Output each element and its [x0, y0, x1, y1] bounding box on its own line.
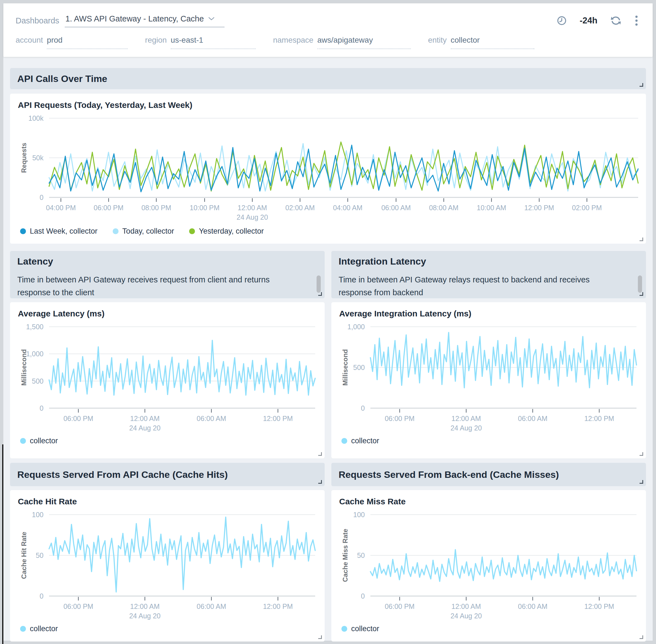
svg-text:06:00 AM: 06:00 AM [381, 204, 411, 212]
avg-integration-latency-line-chart[interactable]: 1,000500006:00 PM12:00 AM24 Aug 2006:00 … [338, 322, 639, 434]
scrollbar-thumb[interactable] [638, 275, 642, 293]
resize-handle[interactable] [318, 635, 322, 639]
legend-label: collector [30, 624, 58, 633]
legend-item[interactable]: collector [20, 624, 58, 633]
filter-account-value[interactable]: prod [47, 36, 128, 49]
svg-text:10:00 AM: 10:00 AM [477, 204, 506, 212]
dashboard-page: Dashboards 1. AWS API Gateway - Latency,… [3, 3, 653, 641]
filter-region-value[interactable]: us-east-1 [171, 36, 256, 49]
svg-text:24 Aug 20: 24 Aug 20 [129, 612, 161, 620]
api-requests-line-chart[interactable]: 100k50k004:00 PM06:00 PM08:00 PM10:00 PM… [17, 113, 639, 225]
svg-text:02:00 PM: 02:00 PM [572, 204, 602, 212]
refresh-icon[interactable] [610, 15, 621, 26]
top-bar: Dashboards 1. AWS API Gateway - Latency,… [3, 3, 653, 57]
chart-legend: collector [338, 434, 639, 445]
svg-text:06:00 PM: 06:00 PM [94, 204, 123, 212]
svg-text:12:00 AM: 12:00 AM [130, 602, 160, 610]
legend-label: collector [30, 437, 58, 445]
svg-text:0: 0 [40, 193, 44, 201]
cache-miss-rate-line-chart[interactable]: 10050006:00 PM12:00 AM24 Aug 2006:00 AM1… [338, 510, 639, 622]
section-title: Requests Served From API Cache (Cache Hi… [17, 469, 228, 480]
legend-item[interactable]: collector [341, 437, 379, 445]
chart-card-cache-hit-rate: Cache Hit Rate 10050006:00 PM12:00 AM24 … [10, 490, 325, 642]
filter-namespace: namespace aws/apigateway [273, 36, 411, 49]
svg-text:12:00 AM: 12:00 AM [130, 415, 160, 422]
filter-namespace-value[interactable]: aws/apigateway [317, 36, 411, 49]
resize-handle[interactable] [639, 635, 643, 639]
svg-text:06:00 PM: 06:00 PM [63, 415, 93, 422]
chart-card-api-requests: API Requests (Today, Yesterday, Last Wee… [10, 94, 646, 244]
svg-text:0: 0 [40, 592, 44, 600]
svg-text:08:00 PM: 08:00 PM [141, 204, 171, 212]
avg-latency-line-chart[interactable]: 1,5001,000500006:00 PM12:00 AM24 Aug 200… [17, 322, 318, 434]
svg-text:50: 50 [36, 551, 44, 559]
legend-label: Last Week, collector [30, 227, 98, 235]
legend-dot [20, 626, 26, 632]
clock-icon[interactable] [557, 16, 567, 26]
legend-dot [341, 438, 347, 444]
svg-text:24 Aug 20: 24 Aug 20 [129, 424, 161, 432]
legend-dot [20, 228, 26, 234]
cache-hit-rate-line-chart[interactable]: 10050006:00 PM12:00 AM24 Aug 2006:00 AM1… [17, 510, 318, 622]
kebab-menu-icon[interactable] [634, 15, 639, 27]
svg-text:12:00 AM: 12:00 AM [452, 415, 481, 422]
svg-text:06:00 AM: 06:00 AM [518, 602, 547, 610]
svg-text:100: 100 [353, 511, 365, 519]
resize-handle[interactable] [318, 452, 322, 456]
filter-entity-value[interactable]: collector [451, 36, 535, 49]
chart-title: Average Integration Latency (ms) [338, 309, 639, 318]
breadcrumb[interactable]: Dashboards [16, 16, 59, 25]
chart-legend: collector [17, 622, 318, 633]
dashboard-selector[interactable]: 1. AWS API Gateway - Latency, Cache [65, 14, 224, 27]
legend-item[interactable]: Today, collector [113, 227, 174, 235]
filter-label: namespace [273, 36, 314, 45]
resize-handle[interactable] [318, 480, 322, 484]
svg-text:06:00 AM: 06:00 AM [197, 602, 226, 610]
svg-text:06:00 AM: 06:00 AM [518, 415, 547, 422]
resize-handle[interactable] [318, 292, 322, 296]
chart-legend: collector [338, 622, 639, 633]
y-axis-label: Cache Hit Rate [15, 515, 33, 596]
filter-row: account prod region us-east-1 namespace … [3, 31, 653, 49]
resize-handle[interactable] [639, 292, 643, 296]
y-axis-label: Cache Miss Rate [336, 515, 354, 596]
widget-integration-latency-description: Integration Latency Time in between API … [331, 251, 646, 298]
chart-title: Average Latency (ms) [17, 309, 318, 318]
svg-text:06:00 AM: 06:00 AM [197, 415, 226, 422]
legend-label: collector [351, 624, 379, 633]
resize-handle[interactable] [639, 237, 643, 241]
section-header-cache-hits: Requests Served From API Cache (Cache Hi… [10, 463, 325, 486]
svg-text:500: 500 [32, 377, 44, 385]
legend-label: Today, collector [122, 227, 174, 235]
section-header-api-calls: API Calls Over Time [10, 68, 646, 89]
resize-handle[interactable] [639, 480, 643, 484]
chart-legend: Last Week, collectorToday, collectorYest… [17, 225, 639, 235]
resize-handle[interactable] [639, 452, 643, 456]
chevron-down-icon [208, 17, 214, 21]
left-edge-bar [2, 444, 3, 644]
legend-dot [341, 626, 347, 632]
legend-label: Yesterday, collector [199, 227, 264, 235]
legend-item[interactable]: Last Week, collector [20, 227, 98, 235]
widget-description: Time in between API Gateway relays reque… [339, 274, 639, 298]
legend-item[interactable]: collector [20, 437, 58, 445]
svg-text:0: 0 [361, 592, 365, 600]
chart-title: Cache Miss Rate [338, 497, 639, 506]
svg-text:06:00 PM: 06:00 PM [385, 602, 414, 610]
svg-text:24 Aug 20: 24 Aug 20 [450, 612, 482, 620]
svg-text:12:00 PM: 12:00 PM [584, 602, 614, 610]
widget-title: Latency [17, 256, 317, 267]
filter-entity: entity collector [428, 36, 535, 49]
legend-item[interactable]: Yesterday, collector [189, 227, 264, 235]
scrollbar-thumb[interactable] [317, 275, 321, 293]
svg-text:04:00 PM: 04:00 PM [46, 204, 76, 212]
time-range-value[interactable]: -24h [580, 16, 597, 26]
chart-title: Cache Hit Rate [17, 497, 318, 506]
y-axis-label: Millisecond [15, 327, 33, 408]
y-axis-label: Millisecond [336, 327, 354, 408]
chart-card-cache-miss-rate: Cache Miss Rate 10050006:00 PM12:00 AM24… [331, 490, 646, 642]
filter-label: entity [428, 36, 447, 45]
svg-text:500: 500 [353, 364, 365, 371]
legend-item[interactable]: collector [341, 624, 379, 633]
resize-handle[interactable] [639, 83, 643, 87]
